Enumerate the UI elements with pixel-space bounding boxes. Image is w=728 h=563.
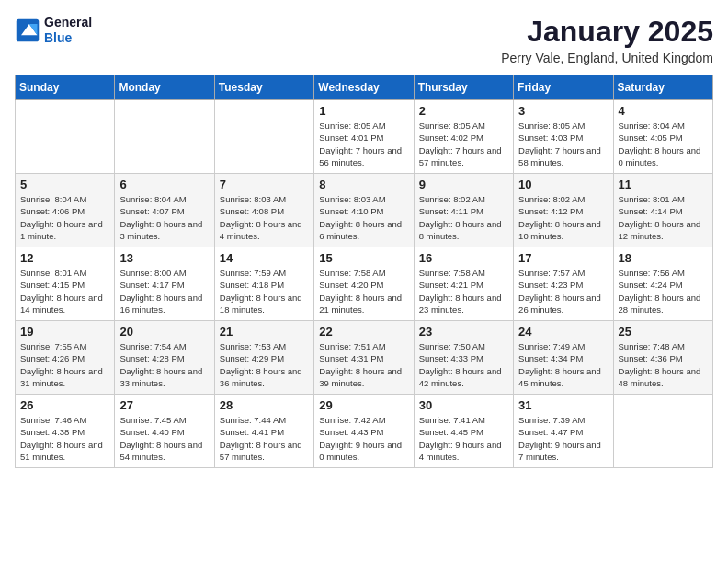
day-number: 15: [319, 251, 408, 265]
day-info: Sunrise: 8:02 AM Sunset: 4:12 PM Dayligh…: [518, 193, 608, 242]
header-tuesday: Tuesday: [214, 75, 313, 100]
day-number: 30: [419, 398, 508, 412]
logo-blue: Blue: [44, 30, 92, 46]
day-info: Sunrise: 8:03 AM Sunset: 4:08 PM Dayligh…: [220, 193, 309, 242]
calendar-cell: 29Sunrise: 7:42 AM Sunset: 4:43 PM Dayli…: [314, 395, 414, 468]
day-info: Sunrise: 7:46 AM Sunset: 4:38 PM Dayligh…: [20, 414, 109, 463]
calendar-cell: 23Sunrise: 7:50 AM Sunset: 4:33 PM Dayli…: [414, 321, 513, 395]
calendar-cell: 10Sunrise: 8:02 AM Sunset: 4:12 PM Dayli…: [514, 174, 613, 247]
day-info: Sunrise: 7:39 AM Sunset: 4:47 PM Dayligh…: [518, 414, 608, 463]
calendar-cell: [16, 100, 115, 174]
day-info: Sunrise: 7:55 AM Sunset: 4:26 PM Dayligh…: [20, 340, 109, 389]
day-info: Sunrise: 7:49 AM Sunset: 4:34 PM Dayligh…: [518, 340, 608, 389]
day-number: 18: [619, 251, 708, 265]
day-number: 20: [119, 325, 209, 339]
day-info: Sunrise: 7:58 AM Sunset: 4:21 PM Dayligh…: [419, 267, 508, 316]
header: General Blue January 2025 Perry Vale, En…: [15, 15, 713, 65]
day-info: Sunrise: 7:44 AM Sunset: 4:41 PM Dayligh…: [220, 414, 309, 463]
title-block: January 2025 Perry Vale, England, United…: [501, 15, 713, 65]
day-number: 25: [619, 325, 708, 339]
day-number: 14: [220, 251, 309, 265]
logo-general: General: [44, 15, 92, 30]
calendar-cell: 14Sunrise: 7:59 AM Sunset: 4:18 PM Dayli…: [214, 247, 313, 321]
day-info: Sunrise: 7:53 AM Sunset: 4:29 PM Dayligh…: [220, 340, 309, 389]
calendar-cell: 19Sunrise: 7:55 AM Sunset: 4:26 PM Dayli…: [16, 321, 115, 395]
location-title: Perry Vale, England, United Kingdom: [501, 51, 713, 65]
day-number: 4: [619, 104, 708, 118]
day-number: 8: [319, 178, 408, 191]
day-info: Sunrise: 7:56 AM Sunset: 4:24 PM Dayligh…: [619, 267, 708, 316]
header-thursday: Thursday: [414, 75, 513, 100]
day-info: Sunrise: 7:58 AM Sunset: 4:20 PM Dayligh…: [319, 267, 408, 316]
day-info: Sunrise: 8:02 AM Sunset: 4:11 PM Dayligh…: [419, 193, 508, 242]
calendar-cell: 25Sunrise: 7:48 AM Sunset: 4:36 PM Dayli…: [613, 321, 712, 395]
calendar-cell: 20Sunrise: 7:54 AM Sunset: 4:28 PM Dayli…: [115, 321, 214, 395]
week-row-2: 12Sunrise: 8:01 AM Sunset: 4:15 PM Dayli…: [16, 247, 713, 321]
day-number: 11: [619, 178, 708, 191]
header-saturday: Saturday: [613, 75, 712, 100]
day-number: 3: [518, 104, 608, 118]
calendar-cell: 9Sunrise: 8:02 AM Sunset: 4:11 PM Daylig…: [414, 174, 513, 247]
calendar-cell: 13Sunrise: 8:00 AM Sunset: 4:17 PM Dayli…: [115, 247, 214, 321]
calendar-cell: 17Sunrise: 7:57 AM Sunset: 4:23 PM Dayli…: [514, 247, 613, 321]
day-number: 31: [518, 398, 608, 412]
calendar-cell: 4Sunrise: 8:04 AM Sunset: 4:05 PM Daylig…: [613, 100, 712, 174]
logo-text: General Blue: [44, 15, 92, 46]
day-number: 6: [119, 178, 209, 191]
calendar-cell: [613, 395, 712, 468]
day-info: Sunrise: 7:50 AM Sunset: 4:33 PM Dayligh…: [419, 340, 508, 389]
calendar-cell: 15Sunrise: 7:58 AM Sunset: 4:20 PM Dayli…: [314, 247, 414, 321]
calendar-cell: 7Sunrise: 8:03 AM Sunset: 4:08 PM Daylig…: [214, 174, 313, 247]
day-number: 24: [518, 325, 608, 339]
day-info: Sunrise: 7:57 AM Sunset: 4:23 PM Dayligh…: [518, 267, 608, 316]
calendar-cell: 21Sunrise: 7:53 AM Sunset: 4:29 PM Dayli…: [214, 321, 313, 395]
day-number: 19: [20, 325, 109, 339]
day-info: Sunrise: 7:59 AM Sunset: 4:18 PM Dayligh…: [220, 267, 309, 316]
day-number: 7: [220, 178, 309, 191]
day-number: 27: [119, 398, 209, 412]
logo-icon: [15, 17, 40, 43]
calendar-cell: 5Sunrise: 8:04 AM Sunset: 4:06 PM Daylig…: [16, 174, 115, 247]
day-number: 12: [20, 251, 109, 265]
month-title: January 2025: [501, 15, 713, 49]
day-info: Sunrise: 8:04 AM Sunset: 4:05 PM Dayligh…: [619, 120, 708, 168]
calendar-header-row: SundayMondayTuesdayWednesdayThursdayFrid…: [16, 75, 713, 100]
calendar-cell: 2Sunrise: 8:05 AM Sunset: 4:02 PM Daylig…: [414, 100, 513, 174]
calendar-cell: 24Sunrise: 7:49 AM Sunset: 4:34 PM Dayli…: [514, 321, 613, 395]
day-number: 16: [419, 251, 508, 265]
calendar-table: SundayMondayTuesdayWednesdayThursdayFrid…: [15, 75, 713, 468]
week-row-3: 19Sunrise: 7:55 AM Sunset: 4:26 PM Dayli…: [16, 321, 713, 395]
day-number: 1: [319, 104, 408, 118]
week-row-1: 5Sunrise: 8:04 AM Sunset: 4:06 PM Daylig…: [16, 174, 713, 247]
calendar-cell: 12Sunrise: 8:01 AM Sunset: 4:15 PM Dayli…: [16, 247, 115, 321]
calendar-cell: [115, 100, 214, 174]
day-info: Sunrise: 8:00 AM Sunset: 4:17 PM Dayligh…: [119, 267, 209, 316]
day-info: Sunrise: 8:05 AM Sunset: 4:01 PM Dayligh…: [319, 120, 408, 168]
day-info: Sunrise: 7:54 AM Sunset: 4:28 PM Dayligh…: [119, 340, 209, 389]
calendar-cell: [214, 100, 313, 174]
day-info: Sunrise: 8:03 AM Sunset: 4:10 PM Dayligh…: [319, 193, 408, 242]
day-info: Sunrise: 7:48 AM Sunset: 4:36 PM Dayligh…: [619, 340, 708, 389]
header-monday: Monday: [115, 75, 214, 100]
calendar-cell: 30Sunrise: 7:41 AM Sunset: 4:45 PM Dayli…: [414, 395, 513, 468]
calendar-cell: 26Sunrise: 7:46 AM Sunset: 4:38 PM Dayli…: [16, 395, 115, 468]
day-info: Sunrise: 8:04 AM Sunset: 4:06 PM Dayligh…: [20, 193, 109, 242]
calendar-cell: 31Sunrise: 7:39 AM Sunset: 4:47 PM Dayli…: [514, 395, 613, 468]
day-info: Sunrise: 7:45 AM Sunset: 4:40 PM Dayligh…: [119, 414, 209, 463]
day-info: Sunrise: 8:05 AM Sunset: 4:03 PM Dayligh…: [518, 120, 608, 168]
day-number: 5: [20, 178, 109, 191]
calendar-cell: 27Sunrise: 7:45 AM Sunset: 4:40 PM Dayli…: [115, 395, 214, 468]
calendar-cell: 16Sunrise: 7:58 AM Sunset: 4:21 PM Dayli…: [414, 247, 513, 321]
day-number: 10: [518, 178, 608, 191]
day-info: Sunrise: 8:01 AM Sunset: 4:15 PM Dayligh…: [20, 267, 109, 316]
calendar-cell: 1Sunrise: 8:05 AM Sunset: 4:01 PM Daylig…: [314, 100, 414, 174]
calendar-cell: 3Sunrise: 8:05 AM Sunset: 4:03 PM Daylig…: [514, 100, 613, 174]
day-info: Sunrise: 8:05 AM Sunset: 4:02 PM Dayligh…: [419, 120, 508, 168]
header-friday: Friday: [514, 75, 613, 100]
day-info: Sunrise: 7:51 AM Sunset: 4:31 PM Dayligh…: [319, 340, 408, 389]
week-row-0: 1Sunrise: 8:05 AM Sunset: 4:01 PM Daylig…: [16, 100, 713, 174]
calendar-cell: 6Sunrise: 8:04 AM Sunset: 4:07 PM Daylig…: [115, 174, 214, 247]
day-number: 17: [518, 251, 608, 265]
day-number: 29: [319, 398, 408, 412]
day-info: Sunrise: 8:01 AM Sunset: 4:14 PM Dayligh…: [619, 193, 708, 242]
